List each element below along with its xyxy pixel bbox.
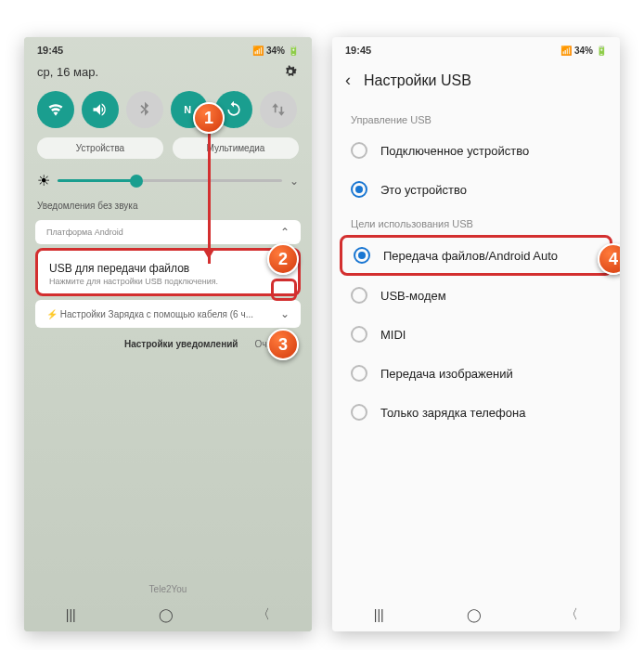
option-this-device[interactable]: Это устройство (332, 170, 620, 209)
radio-icon (351, 287, 367, 304)
date-text: ср, 16 мар. (37, 65, 98, 79)
page-title: Настройки USB (364, 72, 471, 89)
usb-subtitle: Нажмите для настройки USB подключения. (49, 277, 287, 286)
status-icons: 📶34%🔋 (560, 45, 607, 56)
svg-text:N: N (184, 104, 191, 115)
arrow-annotation (208, 134, 211, 264)
chevron-down-icon[interactable]: ⌄ (290, 175, 299, 188)
radio-icon (354, 247, 370, 264)
data-toggle[interactable] (260, 91, 297, 128)
status-time: 19:45 (37, 45, 63, 56)
option-label: Это устройство (380, 183, 467, 197)
option-label: Передача изображений (380, 367, 513, 381)
charging-notification[interactable]: ⚡ Настройки Зарядка с помощью кабеля (6 … (35, 300, 301, 328)
highlight-box-collapse (271, 279, 297, 301)
platform-label: Платформа Android (46, 228, 123, 237)
option-label: Только зарядка телефона (380, 406, 525, 420)
control-section-label: Управление USB (332, 105, 620, 131)
quick-settings-row: N (24, 87, 312, 137)
option-label: Передача файлов/Android Auto (383, 249, 558, 263)
marker-3: 3 (267, 329, 299, 360)
nav-bar: ||| ◯ 〈 (332, 598, 620, 631)
marker-2: 2 (267, 243, 299, 275)
charge-text: ⚡ Настройки Зарядка с помощью кабеля (6 … (46, 309, 253, 319)
usb-title: USB для передачи файлов (49, 262, 287, 275)
status-icons: 📶34%🔋 (252, 45, 299, 56)
option-connected-device[interactable]: Подключенное устройство (332, 131, 620, 170)
option-charge-only[interactable]: Только зарядка телефона (332, 393, 620, 432)
back-button[interactable]: 〈 (565, 606, 578, 623)
chevron-up-icon[interactable]: ⌃ (280, 226, 290, 239)
header: ‹ Настройки USB (332, 59, 620, 105)
carrier-label: Tele2You (24, 584, 312, 594)
option-file-transfer[interactable]: Передача файлов/Android Auto (340, 235, 612, 276)
sound-toggle[interactable] (82, 91, 119, 128)
radio-icon (351, 365, 367, 382)
purpose-section-label: Цели использования USB (332, 209, 620, 235)
right-phone: 19:45 📶34%🔋 ‹ Настройки USB Управление U… (332, 37, 620, 631)
option-usb-modem[interactable]: USB-модем (332, 276, 620, 315)
status-bar: 19:45 📶34%🔋 (332, 37, 620, 59)
chip-media[interactable]: Мультимедиа (173, 137, 299, 159)
silent-label: Уведомления без звука (24, 201, 312, 216)
home-button[interactable]: ◯ (159, 607, 174, 622)
back-button[interactable]: 〈 (257, 606, 270, 623)
status-time: 19:45 (345, 45, 371, 56)
status-bar: 19:45 📶34%🔋 (24, 37, 312, 59)
wifi-toggle[interactable] (37, 91, 74, 128)
brightness-slider[interactable]: ☀ ⌄ (24, 166, 312, 201)
marker-1: 1 (193, 102, 225, 134)
bluetooth-toggle[interactable] (126, 91, 163, 128)
option-label: MIDI (380, 328, 406, 342)
option-label: USB-модем (380, 289, 446, 303)
chip-row: Устройства Мультимедиа (24, 137, 312, 166)
home-button[interactable]: ◯ (467, 607, 482, 622)
recents-button[interactable]: ||| (374, 607, 384, 622)
left-phone: 19:45 📶34%🔋 ср, 16 мар. N Устройства Мул… (24, 37, 312, 631)
option-image-transfer[interactable]: Передача изображений (332, 354, 620, 393)
radio-icon (351, 404, 367, 421)
radio-icon (351, 181, 367, 198)
usb-notification[interactable]: USB для передачи файлов Нажмите для наст… (35, 248, 301, 296)
radio-icon (351, 142, 367, 159)
nav-bar: ||| ◯ 〈 (24, 598, 312, 631)
recents-button[interactable]: ||| (66, 607, 76, 622)
date-row: ср, 16 мар. (24, 59, 312, 87)
brightness-icon: ☀ (37, 172, 50, 189)
chip-devices[interactable]: Устройства (37, 137, 163, 159)
option-midi[interactable]: MIDI (332, 315, 620, 354)
option-label: Подключенное устройство (380, 144, 529, 158)
chevron-down-icon[interactable]: ⌄ (280, 307, 290, 320)
notif-settings-link[interactable]: Настройки уведомлений (124, 339, 238, 349)
gear-icon[interactable] (282, 63, 299, 80)
radio-icon (351, 326, 367, 343)
platform-card[interactable]: Платформа Android ⌃ (35, 220, 301, 244)
back-icon[interactable]: ‹ (345, 71, 351, 90)
